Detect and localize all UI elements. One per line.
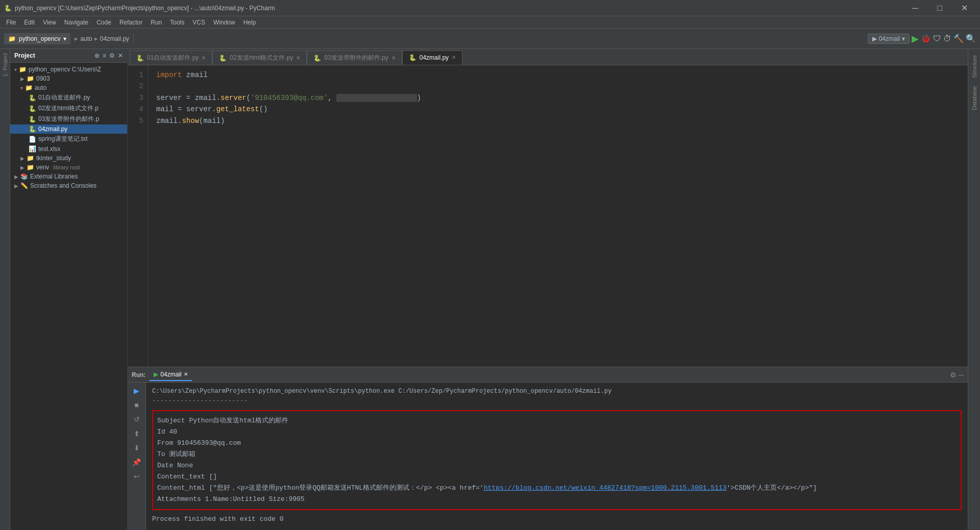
line-num-5: 5 <box>132 115 143 127</box>
menu-vcs[interactable]: VCS <box>188 18 209 27</box>
breadcrumb-auto[interactable]: auto <box>80 35 92 42</box>
run-command: C:\Users\Zep\PycharmProjects\python_open… <box>152 387 962 396</box>
debug-button[interactable]: 🐞 <box>921 34 931 43</box>
content-html-link[interactable]: https://blog.csdn.net/weixin_44827418?sp… <box>484 484 727 492</box>
pin-button[interactable]: 📌 <box>130 456 143 468</box>
menu-tools[interactable]: Tools <box>166 18 188 27</box>
run-play-button[interactable]: ▶ <box>132 385 141 397</box>
xlsx-file-icon: 📊 <box>29 145 36 153</box>
build-button[interactable]: 🔨 <box>953 34 964 43</box>
tree-item-venv[interactable]: ▶ 📁 venv library root <box>10 163 127 172</box>
tree-item-label: 03发送带附件的邮件.p <box>38 115 99 123</box>
tree-item-file1[interactable]: 🐍 01自动发送邮件.py <box>10 92 127 103</box>
database-panel-label[interactable]: Database <box>970 82 978 114</box>
tree-item-file2[interactable]: 🐍 02发送html格式文件.p <box>10 103 127 114</box>
project-header-icon2[interactable]: ≡ <box>103 52 106 59</box>
close-icon[interactable]: ✕ <box>118 52 123 59</box>
search-everywhere-button[interactable]: 🔍 <box>966 34 976 43</box>
tab-close-03[interactable]: ✕ <box>391 55 396 61</box>
run-tab-close[interactable]: ✕ <box>184 371 188 377</box>
tree-item-label: auto <box>35 84 46 91</box>
project-header-icon1[interactable]: ⊕ <box>94 52 100 59</box>
menu-window[interactable]: Window <box>209 18 239 27</box>
menu-view[interactable]: View <box>39 18 60 27</box>
output-from: From 910456393@qq.com <box>157 438 957 449</box>
line-num-2: 2 <box>132 81 143 92</box>
gear-icon[interactable]: ⚙ <box>109 52 115 59</box>
menu-help[interactable]: Help <box>239 18 260 27</box>
run-button[interactable]: ▶ <box>912 33 919 44</box>
tree-item-file6[interactable]: 📊 test.xlsx <box>10 144 127 154</box>
structure-panel-label[interactable]: Structure <box>970 51 978 82</box>
breadcrumb-file[interactable]: 04zmail.py <box>100 35 129 42</box>
tab-close-02[interactable]: ✕ <box>296 55 300 61</box>
py-file-icon: 🐍 <box>29 116 36 123</box>
tree-item-label: 01自动发送邮件.py <box>38 93 90 102</box>
tree-item-0903[interactable]: ▶ 📁 0903 <box>10 74 127 83</box>
profile-button[interactable]: ⏱ <box>943 34 951 43</box>
tree-item-file3[interactable]: 🐍 03发送带附件的邮件.p <box>10 114 127 124</box>
run-config-selector[interactable]: ▶ 04zmail ▾ <box>868 34 910 44</box>
tree-item-root[interactable]: ▾ 📁 python_opencv C:\Users\Z <box>10 65 127 74</box>
project-selector[interactable]: 📁 python_opencv ▾ <box>4 33 70 44</box>
tree-item-file5[interactable]: 📄 spring课堂笔记.txt <box>10 134 127 144</box>
tree-item-tkinter[interactable]: ▶ 📁 tkinter_study <box>10 154 127 163</box>
tab-close-01[interactable]: ✕ <box>202 55 206 61</box>
run-rerun-button[interactable]: ↺ <box>132 413 142 425</box>
coverage-button[interactable]: 🛡 <box>933 34 941 43</box>
tree-arrow: ▾ <box>20 85 23 91</box>
tree-item-label: spring课堂笔记.txt <box>38 135 88 143</box>
editor-area: 🐍 01自动发送邮件.py ✕ 🐍 02发送html格式文件.py ✕ 🐍 03… <box>128 49 968 530</box>
menu-file[interactable]: File <box>2 18 20 27</box>
tree-item-auto[interactable]: ▾ 📁 auto <box>10 83 127 92</box>
py-icon: 🐍 <box>313 55 321 62</box>
line-num-4: 4 <box>132 104 143 115</box>
tree-item-label: 0903 <box>36 75 50 82</box>
menu-run[interactable]: Run <box>146 18 166 27</box>
run-stop-button[interactable]: ■ <box>132 399 140 411</box>
code-editor[interactable]: 1 2 3 4 5 import zmail server = zmail.se… <box>128 65 968 367</box>
settings-button[interactable]: ⚙ <box>950 371 957 379</box>
tree-item-file4[interactable]: 🐍 04zmail.py <box>10 124 127 134</box>
breadcrumb-arrow: ▸ <box>75 35 78 42</box>
tree-item-label: python_opencv C:\Users\Z <box>29 66 101 73</box>
tree-item-scratches[interactable]: ▶ ✏️ Scratches and Consoles <box>10 181 127 190</box>
minimize-button[interactable]: ─ <box>903 0 927 16</box>
run-tab-04zmail[interactable]: ▶ 04zmail ✕ <box>150 369 191 381</box>
tree-item-external-libs[interactable]: ▶ 📚 External Libraries <box>10 172 127 181</box>
menu-refactor[interactable]: Refactor <box>115 18 146 27</box>
tree-arrow: ▶ <box>20 165 24 170</box>
output-content-html: Content_html ["您好，<p>这是使用python登录QQ邮箱发送H… <box>157 483 957 494</box>
output-date: Date None <box>157 460 957 471</box>
folder-icon: 📁 <box>19 66 27 73</box>
scroll-up-button[interactable]: ⬆ <box>132 427 142 440</box>
close-button[interactable]: ✕ <box>952 0 976 16</box>
titlebar: 🐍 python_opencv [C:\Users\Zep\PycharmPro… <box>0 0 980 16</box>
tree-arrow: ▾ <box>14 67 17 72</box>
tab-03[interactable]: 🐍 03发送带附件的邮件.py ✕ <box>307 51 402 65</box>
run-config-name: 04zmail <box>879 35 900 42</box>
tab-04[interactable]: 🐍 04zmail.py ✕ <box>402 51 462 65</box>
menu-navigate[interactable]: Navigate <box>60 18 92 27</box>
tab-02[interactable]: 🐍 02发送html格式文件.py ✕ <box>212 51 307 65</box>
output-to: To 测试邮箱 <box>157 449 957 460</box>
tree-item-label: External Libraries <box>30 173 78 180</box>
py-icon: 🐍 <box>409 54 416 61</box>
tab-01[interactable]: 🐍 01自动发送邮件.py ✕ <box>130 51 212 65</box>
menubar: File Edit View Navigate Code Refactor Ru… <box>0 16 980 29</box>
soft-wrap-button[interactable]: ↩ <box>132 470 142 483</box>
maximize-button[interactable]: □ <box>928 0 951 16</box>
tree-arrow: ▶ <box>20 156 24 161</box>
tab-close-04[interactable]: ✕ <box>452 55 456 60</box>
app-icon: 🐍 <box>4 5 12 12</box>
sidebar-item-project[interactable]: 1: Project <box>1 49 9 81</box>
scroll-down-button[interactable]: ⬇ <box>132 442 142 454</box>
minimize-panel-button[interactable]: ─ <box>959 371 964 379</box>
titlebar-controls: ─ □ ✕ <box>903 0 976 16</box>
code-content[interactable]: import zmail server = zmail.server('9104… <box>148 65 968 367</box>
tree-item-label: 02发送html格式文件.p <box>38 104 99 113</box>
menu-code[interactable]: Code <box>92 18 115 27</box>
menu-edit[interactable]: Edit <box>20 18 39 27</box>
run-separator: ------------------------ <box>152 396 962 406</box>
tab-label: 01自动发送邮件.py <box>147 54 199 62</box>
